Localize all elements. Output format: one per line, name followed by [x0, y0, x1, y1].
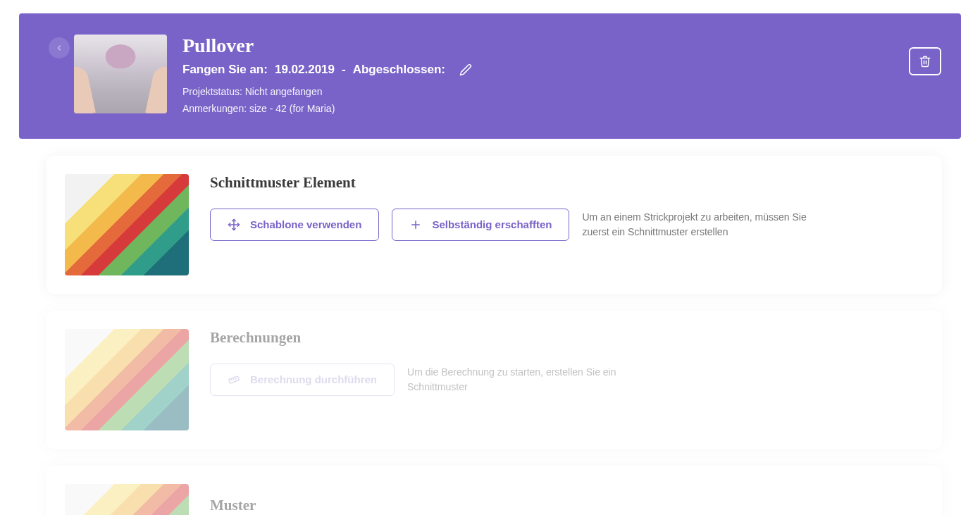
pattern-card-title: Schnittmuster Element [210, 174, 924, 192]
project-thumbnail [74, 35, 167, 113]
edit-dates-button[interactable] [459, 63, 472, 76]
svg-line-6 [233, 378, 234, 380]
pattern-element-card: Schnittmuster Element Schablone verwende… [46, 156, 942, 294]
create-own-label: Selbständig erschafften [432, 218, 552, 230]
back-button[interactable] [49, 37, 70, 58]
ruler-icon [228, 373, 240, 386]
svg-line-7 [235, 378, 236, 379]
project-banner: Pullover Fangen Sie an: 19.02.2019 - Abg… [19, 13, 961, 139]
swatch-image [65, 484, 189, 515]
date-separator: - [342, 63, 346, 77]
notes-label: Anmerkungen: [182, 103, 247, 114]
project-dates-row: Fangen Sie an: 19.02.2019 - Abgeschlosse… [182, 63, 940, 77]
project-title: Pullover [182, 35, 940, 57]
project-status-row: Projektstatus: Nicht angefangen [182, 84, 940, 101]
calculations-card: Berechnungen Berechnung durchführen Um d… [46, 311, 942, 449]
status-label: Projektstatus: [182, 86, 242, 97]
start-label: Fangen Sie an: [182, 63, 268, 77]
use-template-label: Schablone verwenden [250, 218, 361, 230]
trash-icon [919, 55, 931, 68]
run-calculation-label: Berechnung durchführen [250, 373, 377, 385]
use-template-button[interactable]: Schablone verwenden [210, 209, 379, 241]
muster-card: Muster [46, 466, 942, 515]
run-calculation-button: Berechnung durchführen [210, 364, 395, 396]
chevron-left-icon [55, 44, 63, 52]
svg-line-5 [231, 379, 232, 380]
calculations-hint: Um die Berechnung zu starten, erstellen … [407, 365, 640, 395]
calculations-card-title: Berechnungen [210, 329, 924, 347]
pencil-icon [459, 63, 472, 76]
plus-icon [409, 218, 422, 231]
start-date: 19.02.2019 [275, 63, 335, 77]
create-own-button[interactable]: Selbständig erschafften [392, 209, 569, 241]
notes-value: size - 42 (for Maria) [249, 103, 335, 114]
status-value: Nicht angefangen [245, 86, 323, 97]
delete-button[interactable] [909, 47, 941, 75]
pattern-hint: Um an einem Strickprojekt zu arbeiten, m… [582, 210, 814, 240]
move-icon [228, 218, 240, 231]
banner-text: Pullover Fangen Sie an: 19.02.2019 - Abg… [182, 35, 940, 118]
swatch-image [65, 174, 189, 275]
project-notes-row: Anmerkungen: size - 42 (for Maria) [182, 101, 940, 118]
muster-card-title: Muster [210, 497, 924, 514]
swatch-image [65, 329, 189, 430]
end-label: Abgeschlossen: [353, 63, 445, 77]
